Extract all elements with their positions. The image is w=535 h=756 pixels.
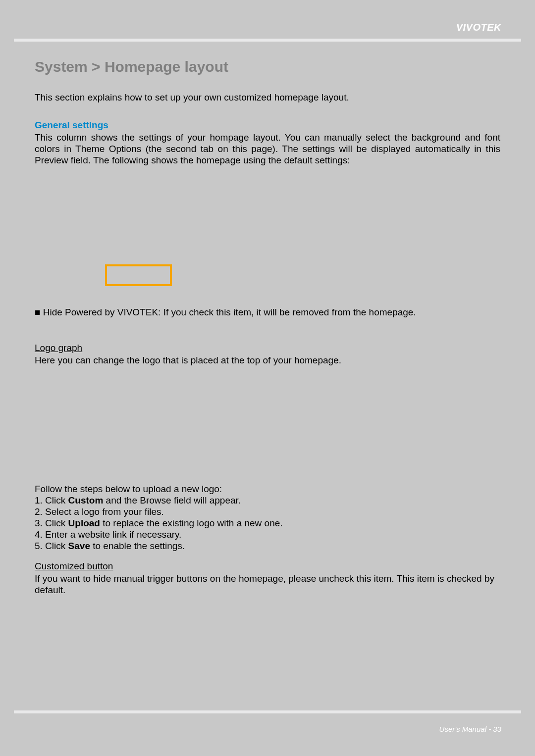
content-area: System > Homepage layout This section ex… [35, 58, 500, 596]
step-prefix: 4. Enter a website link if necessary. [35, 529, 181, 540]
step-bold: Upload [68, 518, 100, 528]
step-prefix: 3. Click [35, 518, 68, 528]
highlight-box [105, 264, 172, 286]
step-bold: Custom [68, 495, 104, 505]
step-suffix: to enable the settings. [90, 541, 185, 551]
steps-list: 1. Click Custom and the Browse field wil… [35, 495, 500, 552]
general-settings-heading: General settings [35, 120, 500, 131]
steps-intro: Follow the steps below to upload a new l… [35, 484, 500, 495]
logo-area-placeholder [35, 366, 500, 480]
list-item: 4. Enter a website link if necessary. [35, 529, 500, 540]
step-prefix: 1. Click [35, 495, 68, 505]
page-title: System > Homepage layout [35, 58, 500, 75]
page-container: VIVOTEK System > Homepage layout This se… [0, 0, 535, 756]
general-settings-body: This column shows the settings of your h… [35, 132, 500, 166]
step-suffix: and the Browse field will appear. [103, 495, 241, 505]
page-footer: User's Manual - 33 [14, 710, 521, 736]
page-header: VIVOTEK [14, 16, 521, 42]
customized-button-body: If you want to hide manual trigger butto… [35, 573, 500, 596]
preview-placeholder [35, 170, 500, 279]
logo-graph-heading: Logo graph [35, 343, 500, 353]
list-item: 3. Click Upload to replace the existing … [35, 517, 500, 529]
step-suffix: to replace the existing logo with a new … [100, 518, 283, 528]
step-prefix: 5. Click [35, 541, 68, 551]
customized-button-heading: Customized button [35, 561, 500, 572]
hide-powered-bullet: ■ Hide Powered by VIVOTEK: If you check … [35, 307, 500, 318]
logo-graph-body: Here you can change the logo that is pla… [35, 354, 500, 366]
list-item: 5. Click Save to enable the settings. [35, 540, 500, 552]
step-prefix: 2. Select a logo from your files. [35, 506, 164, 517]
brand-label: VIVOTEK [456, 22, 501, 33]
step-bold: Save [68, 541, 90, 551]
footer-label: User's Manual - 33 [439, 725, 501, 733]
list-item: 1. Click Custom and the Browse field wil… [35, 495, 500, 506]
intro-text: This section explains how to set up your… [35, 92, 500, 103]
list-item: 2. Select a logo from your files. [35, 506, 500, 517]
